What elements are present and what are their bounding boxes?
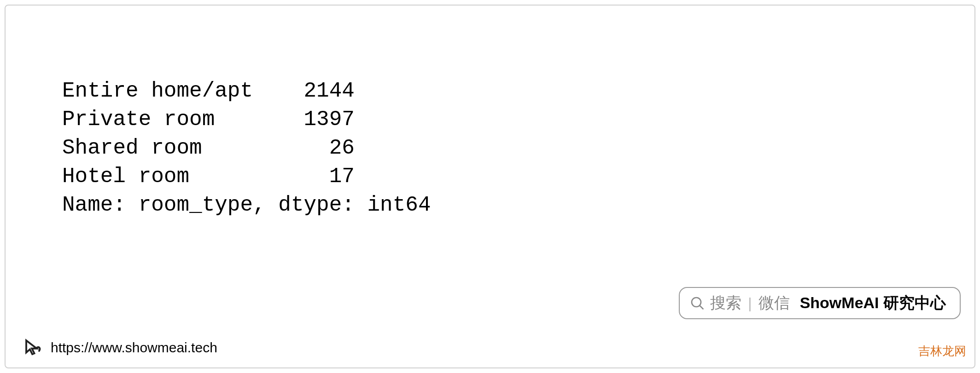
row-label: Entire home/apt (62, 79, 253, 103)
source-watermark: 吉林龙网 (918, 343, 966, 359)
search-badge[interactable]: 搜索 | 微信 ShowMeAI 研究中心 (679, 287, 961, 319)
pandas-output: Entire home/apt 2144 Private room 1397 S… (62, 77, 431, 219)
brand-label: ShowMeAI 研究中心 (800, 293, 946, 314)
row-value: 1397 (304, 108, 355, 132)
row-value: 2144 (304, 79, 355, 103)
svg-point-0 (692, 298, 701, 307)
output-row: Shared room 26 (62, 136, 355, 160)
output-meta: Name: room_type, dtype: int64 (62, 193, 431, 217)
row-value: 17 (329, 165, 355, 189)
cursor-icon (23, 338, 42, 357)
svg-line-1 (700, 306, 704, 310)
output-row: Private room 1397 (62, 108, 355, 132)
row-label: Shared room (62, 136, 202, 160)
url-link[interactable]: https://www.showmeai.tech (51, 340, 217, 356)
output-row: Entire home/apt 2144 (62, 79, 355, 103)
search-icon (690, 296, 705, 310)
wechat-label: 微信 (758, 293, 790, 314)
row-label: Private room (62, 108, 215, 132)
search-label: 搜索 (710, 293, 741, 314)
divider: | (748, 295, 752, 312)
footer: https://www.showmeai.tech (23, 338, 217, 357)
output-row: Hotel room 17 (62, 165, 355, 189)
content-frame: Entire home/apt 2144 Private room 1397 S… (5, 5, 975, 368)
row-label: Hotel room (62, 165, 189, 189)
row-value: 26 (329, 136, 355, 160)
